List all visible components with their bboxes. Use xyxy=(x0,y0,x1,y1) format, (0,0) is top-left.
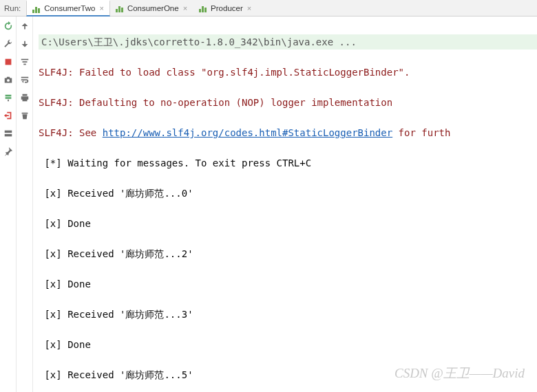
rerun-icon[interactable] xyxy=(3,21,14,32)
svg-point-1 xyxy=(7,79,10,82)
wrap-icon[interactable] xyxy=(19,74,30,85)
run-header: Run: ConsumerTwo × ConsumerOne × Produce… xyxy=(0,0,537,17)
tab-label: Producer xyxy=(211,4,243,12)
log-line: [x] Done xyxy=(39,216,537,231)
command-line: C:\Users\王卫\.jdks\corretto-1.8.0_342\bin… xyxy=(39,34,537,50)
run-tabs: ConsumerTwo × ConsumerOne × Producer × xyxy=(26,0,257,16)
log-line: [x] Received '廊坊师范...5' xyxy=(39,367,537,382)
stop-icon[interactable] xyxy=(3,56,14,67)
run-config-icon xyxy=(199,3,208,12)
log-line: [x] Received '廊坊师范...0' xyxy=(39,186,537,201)
svg-rect-2 xyxy=(4,131,12,133)
run-toolbar-left xyxy=(0,17,17,392)
tab-label: ConsumerTwo xyxy=(44,4,95,12)
tab-consumer-one[interactable]: ConsumerOne × xyxy=(110,0,193,16)
tab-label: ConsumerOne xyxy=(127,4,179,12)
tab-producer[interactable]: Producer × xyxy=(193,0,257,16)
arrow-up-icon[interactable] xyxy=(19,21,30,32)
wrench-icon[interactable] xyxy=(3,39,14,50)
pin-icon[interactable] xyxy=(3,146,14,157)
slf4j-link[interactable]: http://www.slf4j.org/codes.html#StaticLo… xyxy=(103,127,392,138)
log-error-line: SLF4J: Failed to load class "org.slf4j.i… xyxy=(39,65,537,80)
run-label: Run: xyxy=(0,4,26,12)
log-line: [x] Received '廊坊师范...3' xyxy=(39,307,537,322)
dump-icon[interactable] xyxy=(3,92,14,103)
svg-rect-5 xyxy=(22,61,27,63)
close-icon[interactable]: × xyxy=(247,4,251,12)
svg-rect-6 xyxy=(23,64,26,65)
run-config-icon xyxy=(116,3,125,12)
svg-rect-3 xyxy=(4,134,12,137)
run-config-icon xyxy=(32,4,41,13)
console-output[interactable]: C:\Users\王卫\.jdks\corretto-1.8.0_342\bin… xyxy=(33,17,537,392)
close-icon[interactable]: × xyxy=(99,4,103,12)
arrow-down-icon[interactable] xyxy=(19,39,30,50)
log-error-line: SLF4J: See http://www.slf4j.org/codes.ht… xyxy=(39,125,537,140)
log-line: [x] Done xyxy=(39,337,537,352)
tab-consumer-two[interactable]: ConsumerTwo × xyxy=(26,0,110,17)
layout-icon[interactable] xyxy=(3,128,14,139)
console-toolbar xyxy=(17,17,33,392)
log-error-line: SLF4J: Defaulting to no-operation (NOP) … xyxy=(39,95,537,110)
camera-icon[interactable] xyxy=(3,74,14,85)
svg-rect-0 xyxy=(5,59,11,65)
log-line: [*] Waiting for messages. To exit press … xyxy=(39,155,537,171)
exit-icon[interactable] xyxy=(3,110,14,121)
trash-icon[interactable] xyxy=(19,110,30,121)
main-area: C:\Users\王卫\.jdks\corretto-1.8.0_342\bin… xyxy=(0,17,537,392)
filter-icon[interactable] xyxy=(19,56,30,67)
svg-rect-4 xyxy=(21,59,28,61)
close-icon[interactable]: × xyxy=(183,4,187,12)
log-line: [x] Received '廊坊师范...2' xyxy=(39,246,537,261)
log-line: [x] Done xyxy=(39,276,537,292)
print-icon[interactable] xyxy=(19,92,30,103)
